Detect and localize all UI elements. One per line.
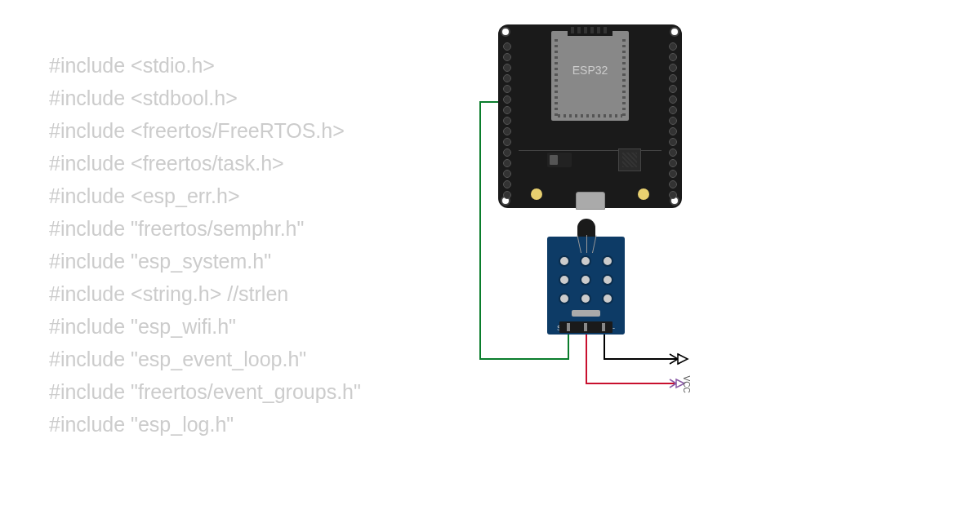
pin-icon[interactable] bbox=[503, 138, 511, 146]
via-hole-icon bbox=[602, 255, 613, 267]
button-en-icon bbox=[638, 188, 649, 200]
wire-black bbox=[604, 335, 678, 359]
code-line: #include <stdio.h> bbox=[49, 49, 361, 82]
sensor-leads-icon bbox=[574, 235, 599, 251]
antenna-icon bbox=[568, 24, 612, 36]
module-pins-icon bbox=[555, 39, 558, 117]
pin-icon[interactable] bbox=[503, 53, 511, 61]
pin-icon[interactable] bbox=[669, 180, 677, 188]
sensor-pin-icon[interactable] bbox=[584, 323, 587, 331]
pin-icon[interactable] bbox=[503, 74, 511, 82]
code-block: #include <stdio.h> #include <stdbool.h> … bbox=[49, 49, 361, 441]
via-hole-icon bbox=[559, 274, 570, 286]
pin-icon[interactable] bbox=[503, 170, 511, 178]
gnd-arrowhead-icon bbox=[678, 354, 688, 364]
pin-icon[interactable] bbox=[503, 191, 511, 199]
pin-icon[interactable] bbox=[669, 148, 677, 157]
pin-icon[interactable] bbox=[669, 42, 677, 51]
pin-icon[interactable] bbox=[669, 138, 677, 146]
pin-icon[interactable] bbox=[503, 42, 511, 51]
via-hole-icon bbox=[580, 274, 591, 286]
pin-icon[interactable] bbox=[669, 74, 677, 82]
via-hole-icon bbox=[559, 293, 570, 304]
sensor-via-holes bbox=[555, 253, 617, 306]
pin-icon[interactable] bbox=[669, 117, 677, 125]
code-line: #include "freertos/semphr.h" bbox=[49, 212, 361, 245]
pin-icon[interactable] bbox=[503, 106, 511, 114]
vcc-label: VCC bbox=[682, 376, 691, 393]
esp32-wroom-module: ESP32 bbox=[551, 31, 629, 121]
code-line: #include "esp_log.h" bbox=[49, 408, 361, 441]
pin-icon[interactable] bbox=[503, 85, 511, 93]
via-hole-icon bbox=[602, 293, 613, 304]
pin-icon[interactable] bbox=[669, 85, 677, 93]
sensor-pin-icon[interactable] bbox=[567, 323, 570, 331]
code-line: #include <esp_err.h> bbox=[49, 179, 361, 212]
pin-icon[interactable] bbox=[669, 53, 677, 61]
usb-port-icon bbox=[576, 192, 605, 210]
code-line: #include "freertos/event_groups.h" bbox=[49, 375, 361, 408]
pin-icon[interactable] bbox=[503, 127, 511, 135]
sensor-pin-header bbox=[559, 321, 612, 333]
sensor-pin-icon[interactable] bbox=[602, 323, 605, 331]
gnd-arrow-icon bbox=[670, 354, 686, 364]
pin-icon[interactable] bbox=[669, 191, 677, 199]
button-boot-icon bbox=[531, 188, 542, 200]
module-pins-icon bbox=[558, 114, 622, 117]
via-hole-icon bbox=[602, 274, 613, 286]
circuit-diagram: ESP32 bbox=[433, 24, 776, 432]
via-hole-icon bbox=[580, 255, 591, 267]
pin-icon[interactable] bbox=[503, 180, 511, 188]
esp32-board[interactable]: ESP32 bbox=[498, 24, 682, 208]
esp32-chip-label: ESP32 bbox=[551, 64, 629, 77]
thermistor-bead-icon bbox=[577, 219, 595, 237]
chip-icon bbox=[618, 148, 641, 171]
pin-icon[interactable] bbox=[669, 106, 677, 114]
pin-icon[interactable] bbox=[503, 148, 511, 157]
pin-icon[interactable] bbox=[503, 64, 511, 72]
pin-icon[interactable] bbox=[669, 159, 677, 167]
switch-icon bbox=[547, 153, 572, 167]
pin-header-left bbox=[503, 42, 511, 199]
code-line: #include <freertos/task.h> bbox=[49, 147, 361, 179]
via-hole-icon bbox=[580, 293, 591, 304]
pin-icon[interactable] bbox=[503, 95, 511, 104]
mount-hole-icon bbox=[670, 27, 679, 37]
code-line: #include "esp_event_loop.h" bbox=[49, 343, 361, 375]
pin-header-right bbox=[669, 42, 677, 199]
code-line: #include "esp_wifi.h" bbox=[49, 310, 361, 343]
via-hole-icon bbox=[559, 255, 570, 267]
pin-icon[interactable] bbox=[669, 64, 677, 72]
code-line: #include <stdbool.h> bbox=[49, 82, 361, 114]
code-line: #include <freertos/FreeRTOS.h> bbox=[49, 114, 361, 147]
pin-icon[interactable] bbox=[669, 95, 677, 104]
sensor-pin-label-ground: - bbox=[612, 324, 615, 332]
code-line: #include <string.h> //strlen bbox=[49, 277, 361, 310]
pin-icon[interactable] bbox=[669, 170, 677, 178]
pin-icon[interactable] bbox=[503, 117, 511, 125]
code-line: #include "esp_system.h" bbox=[49, 245, 361, 277]
module-pins-icon bbox=[622, 39, 626, 117]
resistor-icon bbox=[572, 310, 600, 317]
vcc-arrow-icon bbox=[670, 379, 676, 388]
wire-red bbox=[586, 335, 676, 383]
pin-icon[interactable] bbox=[503, 159, 511, 167]
mount-hole-icon bbox=[501, 27, 510, 37]
thermistor-sensor-module[interactable]: S - bbox=[547, 237, 625, 335]
pin-icon[interactable] bbox=[669, 127, 677, 135]
